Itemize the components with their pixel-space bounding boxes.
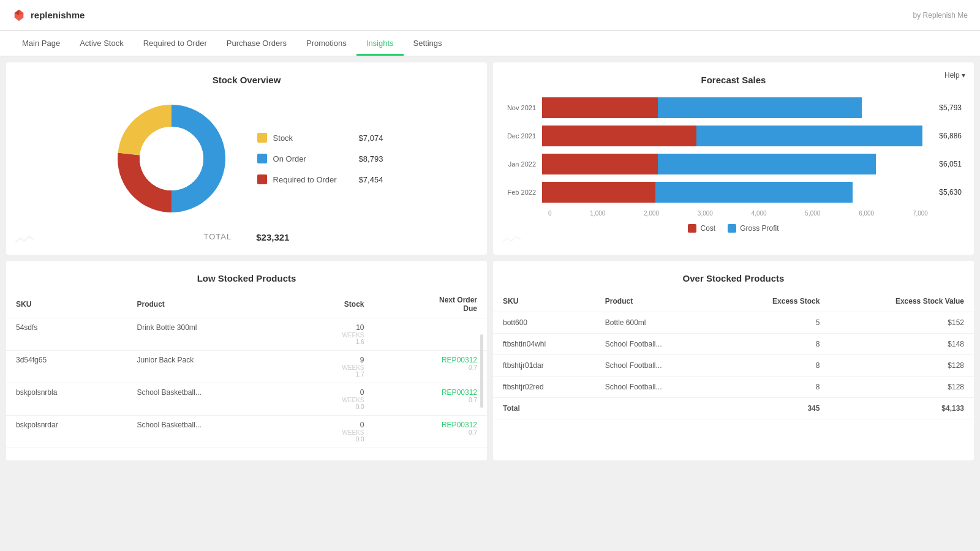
bar-cost [542,126,696,146]
main-content: Stock Overview Stock $7,0 [0,56,980,467]
watermark-icon-2 [502,233,521,247]
axis-0: 0 [548,210,552,217]
low-stocked-header-row: SKU Product Stock Next OrderDue [6,291,487,318]
legend-color-required [257,174,267,184]
table-row: 3d54fg65 Junior Back Pack 9 WEEKS 1.7 RE… [6,351,487,383]
legend-item-required: Required to Order $7,454 [257,174,383,184]
over-stocked-header-row: SKU Product Excess Stock Excess Stock Va… [493,291,974,312]
bar-track [542,126,928,146]
donut-svg [110,97,233,220]
bar-track [542,154,928,174]
over-sku-cell: ftbshtin04whi [493,334,595,355]
table-row: bott600 Bottle 600ml 5 $152 [493,312,974,334]
over-value-cell: $128 [829,355,974,377]
table-row: Total 345 $4,133 [493,398,974,419]
stock-num: 9 [302,356,364,364]
bar-cost [542,97,658,118]
bar-profit [658,154,876,174]
axis-3000: 3,000 [698,210,713,217]
help-button[interactable]: Help [944,71,965,80]
over-stocked-title: Over Stocked Products [493,273,974,283]
bar-row: Jan 2022 $6,051 [505,154,962,174]
over-product-cell [595,398,720,419]
order-sub: 0.7 [384,364,477,371]
over-stocked-table-wrap[interactable]: SKU Product Excess Stock Excess Stock Va… [493,291,974,419]
low-stocked-tbody: 54sdfs Drink Bottle 300ml 10 WEEKS 1.6 3… [6,318,487,448]
forecast-title: Forecast Sales [505,75,962,85]
bar-cost [542,154,658,174]
stock-cell: 0 WEEKS 0.0 [292,416,374,448]
axis-4000: 4,000 [752,210,767,217]
forecast-sales-panel: Forecast Sales Help Nov 2021 $5,793 Dec … [493,62,974,255]
bar-track [542,97,928,118]
bar-profit [658,97,862,118]
over-product-cell: School Football... [595,377,720,398]
over-sku-cell: bott600 [493,312,595,334]
bar-period-label: Nov 2021 [505,104,542,111]
bar-period-label: Jan 2022 [505,160,542,168]
bar-track [542,182,928,203]
order-cell: REP003120.7 [374,416,487,448]
order-link[interactable]: REP00312 [384,421,477,429]
table-row: ftbshtjr01dar School Football... 8 $128 [493,355,974,377]
low-stocked-table-wrap[interactable]: SKU Product Stock Next OrderDue 54sdfs D… [6,291,487,448]
stock-cell: 10 WEEKS 1.6 [292,318,374,351]
legend-value-required: $7,454 [359,175,383,184]
col-next-order: Next OrderDue [374,291,487,318]
stock-num: 10 [302,323,364,332]
bar-rows-container: Nov 2021 $5,793 Dec 2021 $6,886 Jan 2022… [505,97,962,203]
stock-sub: 0.0 [302,436,364,443]
nav-active-stock[interactable]: Active Stock [70,32,134,56]
stock-overview-title: Stock Overview [18,75,475,85]
bar-total-value: $6,886 [928,132,962,140]
legend-value-on-order: $8,793 [359,154,383,163]
stock-sub: 1.7 [302,371,364,378]
bar-period-label: Feb 2022 [505,189,542,196]
nav-insights[interactable]: Insights [356,32,404,56]
order-sub: 0.7 [384,397,477,403]
nav-required-to-order[interactable]: Required to Order [134,32,217,56]
nav-settings[interactable]: Settings [404,32,452,56]
col-stock: Stock [292,291,374,318]
over-sku-cell: ftbshtjr01dar [493,355,595,377]
order-link[interactable]: REP00312 [384,356,477,364]
over-stocked-tbody: bott600 Bottle 600ml 5 $152 ftbshtin04wh… [493,312,974,419]
low-stocked-panel: Low Stocked Products SKU Product Stock N… [6,261,487,460]
nav-main-page[interactable]: Main Page [12,32,70,56]
over-excess-cell: 8 [720,355,830,377]
over-col-excess: Excess Stock [720,291,830,312]
over-excess-cell: 8 [720,334,830,355]
weeks-label: WEEKS [302,397,364,403]
over-excess-cell: 5 [720,312,830,334]
nav-promotions[interactable]: Promotions [296,32,356,56]
product-cell: Junior Back Pack [127,351,292,383]
bar-profit [696,126,922,146]
chart-legend: Cost Gross Profit [505,224,962,233]
brand-icon [12,9,26,22]
legend-item-stock: Stock $7,074 [257,133,383,143]
order-link[interactable]: REP00312 [384,388,477,397]
scrollbar[interactable] [480,334,483,408]
forecast-bar-chart: Nov 2021 $5,793 Dec 2021 $6,886 Jan 2022… [505,97,962,233]
legend-value-stock: $7,074 [359,133,383,143]
over-excess-cell: 345 [720,398,830,419]
brand-name: replenishme [31,10,85,20]
order-sub: 0.7 [384,429,477,436]
stock-cell: 9 WEEKS 1.7 [292,351,374,383]
total-value: $23,321 [256,232,289,242]
brand-byline: by Replenish Me [913,11,968,20]
navbar: Main Page Active Stock Required to Order… [0,31,980,56]
over-value-cell: $148 [829,334,974,355]
axis-2000: 2,000 [644,210,659,217]
donut-chart [110,97,233,220]
legend-label-stock: Stock [273,133,353,143]
axis-1000: 1,000 [590,210,605,217]
over-product-cell: School Football... [595,355,720,377]
sku-cell: bskpolsnrbla [6,383,127,416]
nav-purchase-orders[interactable]: Purchase Orders [217,32,296,56]
legend-label-on-order: On Order [273,154,353,163]
bar-total-value: $6,051 [928,160,962,168]
total-label: TOTAL [204,232,232,242]
sku-cell: bskpolsnrdar [6,416,127,448]
over-value-cell: $4,133 [829,398,974,419]
